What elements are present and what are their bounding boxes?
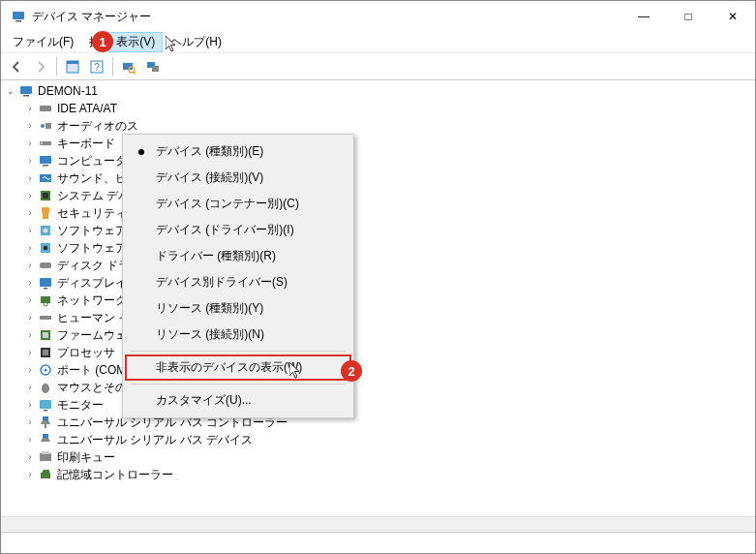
svg-rect-19 — [43, 165, 48, 167]
svg-rect-28 — [44, 246, 47, 250]
chevron-right-icon[interactable]: › — [24, 329, 36, 341]
back-button[interactable] — [5, 55, 28, 78]
chevron-down-icon[interactable]: ⌄ — [5, 85, 16, 97]
view-menu-dropdown: デバイス (種類別)(E) デバイス (接続別)(V) デバイス (コンテナー別… — [122, 134, 354, 418]
menu-separator — [131, 384, 346, 385]
tree-node[interactable]: › 印刷キュー — [24, 448, 751, 466]
chevron-right-icon[interactable]: › — [24, 120, 36, 132]
chevron-right-icon[interactable]: › — [24, 172, 36, 184]
chevron-right-icon[interactable]: › — [24, 207, 36, 219]
tree-node-label: モニター — [57, 397, 104, 414]
svg-rect-31 — [44, 288, 47, 290]
callout-2-badge: 2 — [341, 360, 362, 382]
menu-resources-by-type[interactable]: リソース (種類別)(Y) — [125, 295, 351, 322]
svg-rect-29 — [40, 262, 51, 268]
menu-devices-by-driver[interactable]: デバイス (ドライバー別)(I) — [125, 217, 351, 243]
horizontal-scrollbar[interactable] — [1, 516, 755, 532]
device-category-icon — [38, 362, 53, 378]
chevron-right-icon[interactable]: › — [24, 260, 36, 271]
chevron-right-icon[interactable]: › — [24, 434, 36, 446]
chevron-right-icon[interactable]: › — [24, 382, 36, 393]
tree-node[interactable]: › ユニバーサル シリアル バス デバイス — [24, 431, 751, 448]
menu-devices-by-container[interactable]: デバイス (コンテナー別)(C) — [125, 191, 351, 217]
svg-rect-49 — [42, 451, 49, 454]
svg-point-26 — [44, 229, 48, 233]
svg-rect-23 — [42, 207, 49, 213]
maximize-button[interactable]: □ — [666, 1, 711, 32]
svg-rect-17 — [41, 142, 43, 144]
devices-button[interactable] — [141, 55, 165, 78]
chevron-right-icon[interactable]: › — [24, 103, 36, 114]
tree-root-node[interactable]: ⌄ DEMON-11 — [5, 82, 751, 100]
menubar: ファイル(F) 操 1 表示(V) ヘルプ(H) — [1, 32, 755, 53]
svg-rect-44 — [44, 410, 47, 412]
svg-rect-34 — [40, 316, 51, 320]
chevron-right-icon[interactable]: › — [24, 242, 36, 254]
tree-node[interactable]: › 記憶域コントローラー — [24, 466, 751, 483]
chevron-right-icon[interactable]: › — [24, 294, 36, 306]
svg-rect-42 — [45, 384, 46, 386]
menu-help[interactable]: ヘルプ(H) — [163, 32, 229, 52]
svg-point-14 — [41, 124, 45, 128]
svg-rect-47 — [43, 434, 48, 438]
device-category-icon — [38, 153, 53, 169]
titlebar: デバイス マネージャー — □ ✕ — [1, 1, 755, 32]
computer-icon — [11, 9, 26, 24]
properties-button[interactable] — [61, 55, 84, 78]
svg-rect-15 — [45, 123, 51, 129]
menu-view[interactable]: 表示(V) — [108, 32, 163, 52]
svg-rect-10 — [152, 66, 159, 72]
close-button[interactable]: ✕ — [711, 1, 755, 32]
menu-devices-by-type[interactable]: デバイス (種類別)(E) — [125, 138, 351, 165]
chevron-right-icon[interactable]: › — [24, 399, 36, 411]
chevron-right-icon[interactable]: › — [24, 225, 36, 236]
svg-rect-18 — [40, 156, 51, 164]
tree-node-label: システム デバ — [57, 188, 130, 204]
chevron-right-icon[interactable]: › — [24, 451, 36, 463]
device-category-icon — [38, 170, 53, 186]
device-category-icon — [38, 275, 53, 291]
statusbar — [1, 532, 755, 553]
chevron-right-icon[interactable]: › — [24, 347, 36, 358]
content-area: ⌄ DEMON-11 › IDE ATA/AT › オーディオのス › キーボー… — [1, 80, 755, 516]
minimize-button[interactable]: — — [621, 1, 666, 32]
device-category-icon — [38, 223, 53, 238]
device-category-icon — [38, 205, 53, 221]
menu-drivers-by-device[interactable]: デバイス別ドライバー(S) — [125, 269, 351, 295]
tree-node-label: キーボード — [57, 136, 115, 152]
svg-rect-22 — [43, 193, 48, 199]
tree-node-label: IDE ATA/AT — [57, 102, 117, 115]
menu-show-hidden-devices[interactable]: 非表示のデバイスの表示(W) 2 — [125, 354, 351, 381]
toolbar-separator — [56, 57, 57, 77]
device-category-icon — [38, 310, 53, 325]
chevron-right-icon[interactable]: › — [24, 190, 36, 201]
device-category-icon — [38, 467, 53, 482]
device-category-icon — [38, 118, 53, 134]
tree-node-label: オーディオのス — [57, 118, 138, 135]
menu-drivers-by-type[interactable]: ドライバー (種類別)(R) — [125, 243, 351, 269]
tree-node[interactable]: › IDE ATA/AT — [24, 100, 751, 117]
device-tree[interactable]: ⌄ DEMON-11 › IDE ATA/AT › オーディオのス › キーボー… — [1, 80, 755, 516]
chevron-right-icon[interactable]: › — [24, 416, 36, 428]
tree-node[interactable]: › オーディオのス — [24, 117, 751, 135]
tree-root-label: DEMON-11 — [38, 84, 98, 98]
tree-node-label: プロセッサ — [57, 345, 115, 361]
chevron-right-icon[interactable]: › — [24, 277, 36, 289]
menu-customize[interactable]: カスタマイズ(U)... — [125, 387, 351, 414]
scan-button[interactable] — [117, 55, 140, 78]
svg-rect-0 — [13, 12, 24, 19]
chevron-right-icon[interactable]: › — [24, 469, 36, 480]
menu-resources-by-connection[interactable]: リソース (接続別)(N) — [125, 322, 351, 348]
menu-devices-by-connection[interactable]: デバイス (接続別)(V) — [125, 165, 351, 191]
svg-rect-46 — [45, 424, 46, 428]
menu-file[interactable]: ファイル(F) — [5, 32, 81, 52]
status-cell — [1, 533, 755, 553]
chevron-right-icon[interactable]: › — [24, 138, 36, 149]
menu-separator — [131, 351, 346, 352]
help-button[interactable]: ? — [85, 55, 108, 78]
chevron-right-icon[interactable]: › — [24, 312, 36, 323]
chevron-right-icon[interactable]: › — [24, 364, 36, 376]
forward-button[interactable] — [29, 55, 52, 78]
chevron-right-icon[interactable]: › — [24, 155, 36, 167]
device-category-icon — [38, 258, 53, 273]
